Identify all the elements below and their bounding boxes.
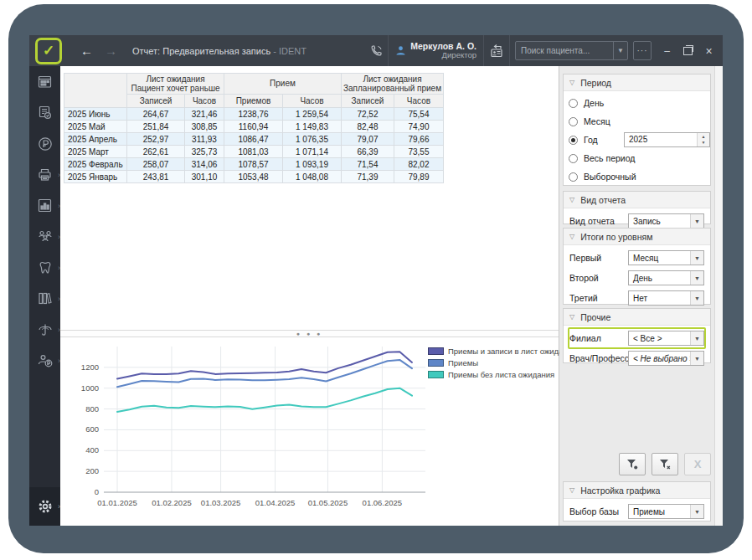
select-value: < Не выбрано > <box>629 354 690 363</box>
field-label: Первый <box>569 253 601 263</box>
chart-base-row: Выбор базыПриемы▼ <box>569 501 705 521</box>
forward-button[interactable]: → <box>105 44 117 58</box>
y-tick-label: 400 <box>85 445 99 455</box>
table-row[interactable]: 2025 Июнь264,67321,461238,761 259,5472,5… <box>64 108 444 121</box>
close-button[interactable]: × <box>700 42 718 60</box>
cell-value: 79,66 <box>394 133 443 146</box>
nav-patients-icon[interactable]: › <box>29 221 60 252</box>
nav-warehouse-icon[interactable]: › <box>29 283 60 314</box>
other-select[interactable]: < Не выбрано >▼ <box>628 351 704 366</box>
other-select[interactable]: < Все >▼ <box>628 331 704 346</box>
user-icon <box>395 45 406 56</box>
field-label: Второй <box>569 273 599 283</box>
cell-value: 1238,76 <box>224 108 283 121</box>
cell-value: 73,55 <box>394 146 443 158</box>
nav-insurance-icon[interactable]: › <box>29 314 60 345</box>
table-row[interactable]: 2025 Май251,84308,851160,941 149,8382,48… <box>64 121 444 133</box>
nav-reports-icon[interactable]: › <box>29 190 60 221</box>
other-row: Врач/Профессия< Не выбрано >▼ <box>569 348 705 368</box>
nav-schedule-icon[interactable] <box>29 66 60 97</box>
more-options-button[interactable]: ··· <box>633 41 652 60</box>
radio-option-Год[interactable]: Год2025▲▼ <box>569 131 705 149</box>
column-header: Часов <box>185 95 224 108</box>
section-levels-header[interactable]: ▽Итоги по уровням <box>564 229 710 245</box>
section-period-header[interactable]: ▽Период <box>564 74 710 91</box>
cell-value: 1 149,83 <box>283 121 342 133</box>
chevron-down-icon[interactable]: ▼ <box>690 271 703 285</box>
user-role: Директор <box>410 51 476 60</box>
level-select[interactable]: День▼ <box>628 270 704 285</box>
back-button[interactable]: ← <box>80 44 93 58</box>
section-chart-settings-header[interactable]: ▽Настройка графика <box>564 482 710 499</box>
cell-value: 66,39 <box>342 146 394 158</box>
nav-payments-icon[interactable] <box>29 128 60 159</box>
maximize-button[interactable] <box>679 42 697 60</box>
radio-option-Выборочный[interactable]: Выборочный <box>569 167 705 186</box>
cell-value: 314,06 <box>185 158 224 171</box>
level-row: ПервыйМесяц▼ <box>569 248 705 268</box>
radio-icon[interactable] <box>569 117 578 126</box>
legend-label: Приемы <box>448 358 478 367</box>
y-tick-label: 0 <box>95 487 99 496</box>
row-label: 2025 Январь <box>64 171 127 183</box>
section-report-type-header[interactable]: ▽Вид отчета <box>564 192 710 208</box>
nav-dental-icon[interactable]: › <box>29 252 60 283</box>
app-window: ✓ ← → Отчет: Предварительная запись - ID… <box>29 35 723 526</box>
radio-icon[interactable] <box>569 99 578 108</box>
table-corner-cell <box>64 74 127 108</box>
report-type-select[interactable]: Запись▼ <box>628 213 704 229</box>
switch-user-icon[interactable] <box>483 35 510 66</box>
chevron-down-icon[interactable]: ▼ <box>690 251 703 265</box>
column-header: Часов <box>394 95 443 108</box>
chevron-down-icon[interactable]: ▼ <box>690 352 703 365</box>
select-value: Приемы <box>629 507 690 516</box>
radio-option-Весь период[interactable]: Весь период <box>569 149 705 167</box>
radio-icon[interactable] <box>569 154 578 163</box>
column-group-waitlist-planned: Лист ожиданияЗапланированный прием <box>342 74 444 95</box>
radio-label: Месяц <box>584 116 610 126</box>
radio-icon[interactable] <box>569 136 578 145</box>
year-spinner[interactable]: 2025▲▼ <box>624 132 710 147</box>
legend-item: Приемы <box>428 358 576 367</box>
nav-tasks-icon[interactable] <box>29 97 60 128</box>
select-value: Месяц <box>629 254 690 263</box>
nav-print-icon[interactable]: › <box>29 159 60 190</box>
cell-value: 1081,03 <box>224 146 283 158</box>
x-tick-label: 01.02.2025 <box>152 498 192 507</box>
chart-base-select[interactable]: Приемы▼ <box>628 504 704 519</box>
table-row[interactable]: 2025 Февраль258,07314,061078,571 093,197… <box>64 158 444 171</box>
level-row: ТретийНет▼ <box>569 288 705 308</box>
phone-icon[interactable] <box>364 35 388 66</box>
left-toolbar: › › › › › › › › <box>29 66 60 526</box>
patient-search: ▼ <box>515 41 628 60</box>
radio-label: Весь период <box>584 153 635 163</box>
search-dropdown-icon[interactable]: ▼ <box>613 42 627 59</box>
chevron-down-icon[interactable]: ▼ <box>690 505 703 518</box>
chevron-down-icon[interactable]: ▼ <box>690 214 703 228</box>
cell-value: 325,73 <box>185 146 224 158</box>
apply-filter-button[interactable] <box>619 453 646 475</box>
cell-value: 251,84 <box>127 121 185 133</box>
level-select[interactable]: Месяц▼ <box>628 250 704 265</box>
cell-value: 74,90 <box>394 121 443 133</box>
nav-salary-icon[interactable]: › <box>29 345 60 376</box>
chevron-down-icon[interactable]: ▼ <box>690 331 703 345</box>
cell-value: 79,89 <box>394 171 443 183</box>
table-row[interactable]: 2025 Январь243,81301,101053,481 048,0871… <box>64 171 444 183</box>
table-row[interactable]: 2025 Март262,61325,731081,031 071,1466,3… <box>64 146 444 158</box>
current-user[interactable]: Меркулов А. О. Директор <box>388 35 483 66</box>
spinner-arrows-icon[interactable]: ▲▼ <box>697 133 709 146</box>
patient-search-input[interactable] <box>516 46 613 55</box>
chevron-down-icon[interactable]: ▼ <box>690 291 703 305</box>
level-select[interactable]: Нет▼ <box>628 290 704 306</box>
clear-filter-button[interactable] <box>652 453 678 475</box>
radio-option-Месяц[interactable]: Месяц <box>569 112 705 131</box>
x-tick-label: 01.04.2025 <box>255 498 296 507</box>
section-other-header[interactable]: ▽Прочие <box>564 309 710 326</box>
radio-option-День[interactable]: День <box>569 94 705 112</box>
minimize-button[interactable]: – <box>658 42 676 60</box>
table-row[interactable]: 2025 Апрель252,97311,931086,471 076,3579… <box>64 133 444 146</box>
radio-icon[interactable] <box>569 172 578 182</box>
panel-scrollbar[interactable] <box>714 66 723 526</box>
settings-button[interactable]: › <box>29 487 60 526</box>
